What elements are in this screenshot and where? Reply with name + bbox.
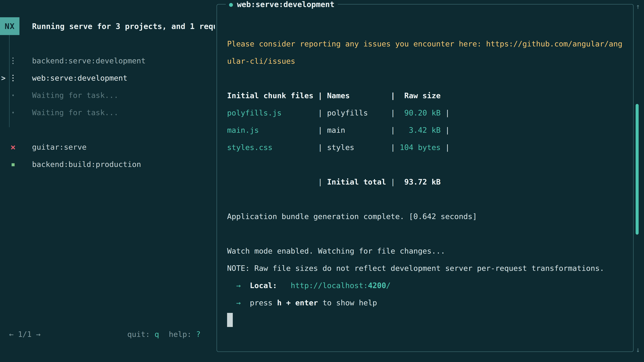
text-segment: | polyfills |: [282, 108, 400, 117]
task-list: backend:serve:development>web:serve:deve…: [0, 52, 215, 173]
arrow-icon: →: [227, 281, 250, 290]
scrollbar-thumb[interactable]: [636, 104, 639, 235]
table-header: Initial chunk files | Names | Raw size: [227, 91, 440, 100]
scroll-down-icon[interactable]: ↓: [634, 346, 642, 354]
terminal-line: Application bundle generation complete. …: [227, 208, 622, 225]
pager-next-icon[interactable]: →: [36, 330, 40, 339]
sidebar-title: Running serve for 3 projects, and 1 requ: [32, 18, 215, 35]
task-label: Waiting for task...: [32, 87, 118, 104]
text-segment: |: [440, 108, 450, 117]
terminal-line: [227, 70, 622, 87]
task-row[interactable]: backend:serve:development: [0, 52, 215, 69]
quit-label: quit:: [127, 330, 150, 339]
arrow-icon: →: [227, 298, 250, 307]
quit-key: q: [154, 330, 159, 339]
terminal-line: Initial chunk files | Names | Raw size: [227, 87, 622, 104]
chunk-file: styles.css: [227, 143, 272, 152]
bundle-complete-message: Application bundle generation complete. …: [227, 212, 477, 221]
text-segment: |: [440, 126, 450, 135]
waiting-dot-icon: ·: [10, 104, 17, 121]
pane-title: ● web:serve:development: [226, 0, 338, 9]
text-segment: | main |: [259, 126, 400, 135]
terminal-line: NOTE: Raw file sizes do not reflect deve…: [227, 260, 622, 277]
watch-mode-message: Watch mode enabled. Watching for file ch…: [227, 247, 445, 255]
local-label: Local:: [250, 281, 277, 290]
spinner-icon: [10, 69, 17, 87]
terminal-line: → press h + enter to show help: [227, 294, 622, 311]
terminal-line: [227, 156, 622, 173]
terminal-line: Please consider reporting any issues you…: [227, 35, 622, 52]
chunk-file: main.js: [227, 126, 259, 135]
scroll-up-icon[interactable]: ↑: [634, 2, 642, 10]
note-message: NOTE: Raw file sizes do not reflect deve…: [227, 264, 604, 273]
localhost-url-port[interactable]: 4200: [368, 281, 386, 290]
task-row[interactable]: ×guitar:serve: [0, 138, 215, 156]
failed-x-icon: ×: [10, 138, 17, 156]
help-label: help:: [169, 330, 192, 339]
text-segment: press: [250, 298, 277, 307]
task-label: Waiting for task...: [32, 104, 118, 121]
running-status-icon: ●: [229, 1, 233, 8]
task-label: web:serve:development: [32, 69, 128, 87]
help-key: ?: [196, 330, 200, 339]
initial-total-label: Initial total: [327, 177, 386, 186]
nx-terminal-ui: NX Running serve for 3 projects, and 1 r…: [0, 0, 644, 362]
terminal-line: styles.css | styles | 104 bytes |: [227, 139, 622, 156]
pager-label: 1/1: [18, 330, 32, 339]
terminal-line: ular-cli/issues: [227, 52, 622, 70]
terminal-output: Please consider reporting any issues you…: [227, 35, 622, 329]
pager-prev-icon[interactable]: ←: [9, 330, 14, 339]
github-issues-url[interactable]: https://github.com/angular/ang: [486, 39, 622, 48]
nx-logo: NX: [0, 17, 20, 35]
chunk-size: 104 bytes: [400, 143, 441, 152]
text-segment: [277, 281, 291, 290]
chunk-size: 3.42 kB: [400, 126, 441, 135]
github-issues-url[interactable]: ular-cli/issues: [227, 57, 295, 65]
task-label: guitar:serve: [32, 138, 86, 156]
task-label: backend:build:production: [32, 156, 141, 173]
localhost-url[interactable]: /: [386, 281, 390, 290]
text-segment: to show help: [318, 298, 377, 307]
task-list-spacer: [0, 121, 215, 138]
pager: ← 1/1 →: [9, 326, 40, 343]
output-pane: ● web:serve:development Please consider …: [216, 4, 634, 352]
help-bar: quit: q help: ?: [127, 326, 200, 343]
task-label: backend:serve:development: [32, 52, 146, 69]
task-row[interactable]: ·Waiting for task...: [0, 87, 215, 104]
terminal-line: [227, 311, 622, 329]
text-segment: Please consider reporting any issues you…: [227, 39, 486, 48]
terminal-line: [227, 191, 622, 208]
chunk-size: 90.20 kB: [400, 108, 441, 117]
initial-total-size: 93.72 kB: [404, 177, 441, 186]
text-segment: |: [440, 143, 450, 152]
task-row[interactable]: ■backend:build:production: [0, 156, 215, 173]
localhost-url[interactable]: http://localhost:: [291, 281, 368, 290]
terminal-line: main.js | main | 3.42 kB |: [227, 121, 622, 139]
success-square-icon: ■: [10, 156, 17, 173]
chunk-file: polyfills.js: [227, 108, 282, 117]
selected-caret-icon: >: [0, 69, 7, 87]
terminal-line: Watch mode enabled. Watching for file ch…: [227, 242, 622, 260]
terminal-line: | Initial total | 93.72 kB: [227, 173, 622, 191]
terminal-line: [227, 225, 622, 242]
terminal-line: → Local: http://localhost:4200/: [227, 277, 622, 294]
task-row[interactable]: ·Waiting for task...: [0, 104, 215, 121]
pane-title-text: web:serve:development: [237, 0, 334, 9]
text-segment: |: [227, 177, 327, 186]
help-shortcut: h + enter: [277, 298, 318, 307]
terminal-line: polyfills.js | polyfills | 90.20 kB |: [227, 104, 622, 121]
spinner-icon: [10, 52, 17, 69]
task-row[interactable]: >web:serve:development: [0, 69, 215, 87]
waiting-dot-icon: ·: [10, 87, 17, 104]
text-segment: | styles |: [272, 143, 400, 152]
terminal-cursor: [227, 313, 233, 327]
text-segment: |: [386, 177, 404, 186]
